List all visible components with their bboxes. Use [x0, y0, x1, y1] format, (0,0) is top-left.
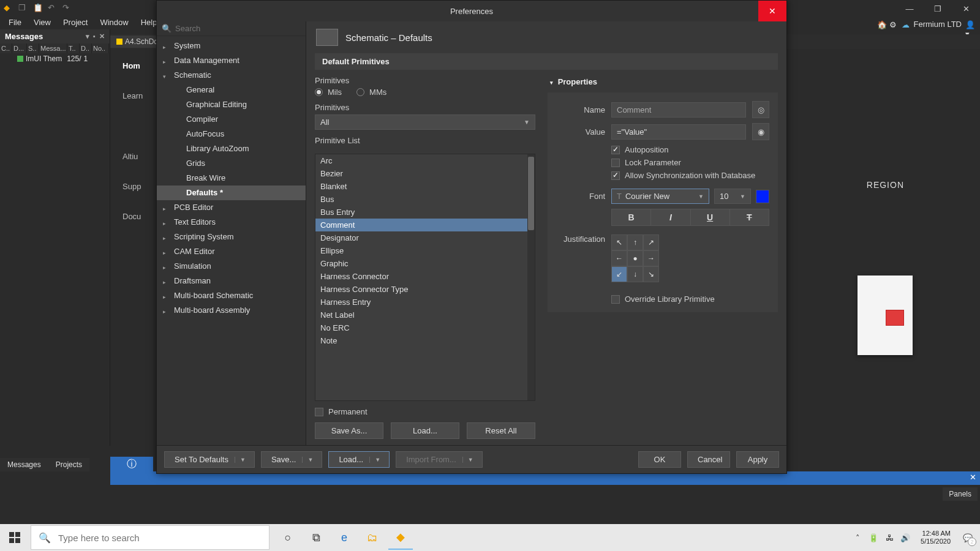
edge-icon[interactable]: e: [332, 525, 356, 550]
italic-button[interactable]: I: [650, 209, 690, 226]
tray-overflow-icon[interactable]: ˄: [851, 525, 864, 550]
just-top-right[interactable]: ↗: [643, 234, 659, 250]
list-scrollbar[interactable]: [527, 154, 535, 400]
col-t[interactable]: T..: [67, 43, 80, 53]
list-item[interactable]: Bezier: [315, 167, 535, 180]
tree-schematic-graphical-editing[interactable]: Graphical Editing: [157, 97, 306, 112]
maximize-button[interactable]: ❐: [924, 0, 952, 17]
tree-text-editors[interactable]: ▸Text Editors: [157, 215, 306, 230]
col-message[interactable]: Messa...: [39, 43, 67, 53]
lock-parameter-checkbox[interactable]: [611, 159, 620, 167]
panel-dropdown-icon[interactable]: ▾: [86, 32, 89, 40]
tree-multiboard-schematic[interactable]: ▸Multi-board Schematic: [157, 288, 306, 303]
panel-pin-icon[interactable]: ▪: [93, 32, 96, 40]
list-item[interactable]: No ERC: [315, 321, 535, 334]
nav-docs[interactable]: Docu: [123, 212, 143, 221]
cortana-icon[interactable]: ○: [276, 525, 300, 550]
dialog-close-button[interactable]: ✕: [758, 1, 786, 21]
tree-draftsman[interactable]: ▸Draftsman: [157, 274, 306, 288]
user-dropdown-icon[interactable]: 👤▾: [965, 20, 974, 29]
action-center-icon[interactable]: 💬2: [956, 525, 980, 550]
taskbar-search-input[interactable]: [58, 533, 262, 543]
radio-mms[interactable]: MMs: [356, 88, 386, 97]
list-item[interactable]: Bus Entry: [315, 206, 535, 219]
just-middle-right[interactable]: →: [643, 250, 659, 266]
list-item[interactable]: Graphic: [315, 257, 535, 270]
permanent-checkbox[interactable]: [315, 408, 323, 416]
menu-window[interactable]: Window: [94, 17, 134, 28]
tree-schematic-library-autozoom[interactable]: Library AutoZoom: [157, 141, 306, 156]
properties-header[interactable]: ▾ Properties: [548, 76, 778, 92]
tree-schematic-grids[interactable]: Grids: [157, 156, 306, 171]
apply-button[interactable]: Apply: [736, 451, 779, 468]
col-c[interactable]: C..: [0, 43, 12, 53]
list-item[interactable]: Harness Connector Type: [315, 283, 535, 296]
list-item[interactable]: Arc: [315, 154, 535, 167]
footer-load-button[interactable]: Load...▼: [328, 451, 390, 468]
panel-close-icon[interactable]: ✕: [99, 32, 105, 40]
list-item[interactable]: Harness Connector: [315, 270, 535, 283]
search-box[interactable]: 🔍: [157, 21, 306, 36]
tree-simulation[interactable]: ▸Simulation: [157, 259, 306, 274]
nav-learn[interactable]: Learn: [123, 91, 143, 100]
tree-scripting-system[interactable]: ▸Scripting System: [157, 230, 306, 244]
primitives-select[interactable]: All ▼: [315, 114, 535, 130]
autoposition-checkbox[interactable]: [611, 146, 620, 154]
just-top-center[interactable]: ↑: [627, 234, 643, 250]
tree-cam-editor[interactable]: ▸CAM Editor: [157, 244, 306, 259]
radio-mils[interactable]: Mils: [315, 88, 342, 97]
tree-system[interactable]: ▸System: [157, 39, 306, 53]
tree-schematic-general[interactable]: General: [157, 83, 306, 97]
minimize-button[interactable]: —: [895, 0, 924, 17]
task-view-icon[interactable]: ⧉: [304, 525, 328, 550]
font-size-select[interactable]: 10 ▼: [714, 189, 751, 204]
cancel-button[interactable]: Cancel: [687, 451, 730, 468]
tree-schematic-compiler[interactable]: Compiler: [157, 112, 306, 127]
permanent-checkbox-row[interactable]: Permanent: [315, 407, 535, 416]
ok-button[interactable]: OK: [638, 451, 681, 468]
font-color-swatch[interactable]: [756, 190, 769, 203]
bottom-tab-messages[interactable]: Messages: [0, 458, 48, 471]
tree-multiboard-assembly[interactable]: ▸Multi-board Assembly: [157, 303, 306, 318]
bold-button[interactable]: B: [611, 209, 650, 226]
nav-home[interactable]: Hom: [123, 61, 143, 70]
col-d2[interactable]: D..: [80, 43, 92, 53]
reset-all-button[interactable]: Reset All: [467, 422, 535, 439]
undo-icon[interactable]: ↶: [48, 3, 56, 12]
just-bottom-right[interactable]: ↘: [643, 266, 659, 282]
start-button[interactable]: [0, 524, 29, 551]
load-button[interactable]: Load...: [391, 422, 459, 439]
font-family-select[interactable]: T Courier New ▼: [611, 189, 709, 204]
radio-mils-input[interactable]: [315, 88, 323, 96]
override-checkbox[interactable]: [611, 295, 620, 304]
just-bottom-left[interactable]: ↙: [611, 266, 627, 282]
just-middle-left[interactable]: ←: [611, 250, 627, 266]
list-item[interactable]: Blanket: [315, 180, 535, 193]
name-visibility-button[interactable]: ◎: [752, 101, 769, 118]
taskbar-clock[interactable]: 12:48 AM 5/15/2020: [916, 530, 956, 545]
tree-schematic-break-wire[interactable]: Break Wire: [157, 171, 306, 186]
home-icon[interactable]: 🏠: [877, 20, 886, 29]
lock-parameter-row[interactable]: Lock Parameter: [611, 158, 769, 167]
altium-taskbar-icon[interactable]: ◆: [388, 525, 413, 550]
list-item[interactable]: Designator: [315, 231, 535, 244]
message-row[interactable]: ImUI Them 125/ 1: [0, 53, 110, 64]
just-bottom-center[interactable]: ↓: [627, 266, 643, 282]
volume-icon[interactable]: 🔊: [899, 525, 912, 550]
col-s[interactable]: S..: [27, 43, 39, 53]
tree-schematic-autofocus[interactable]: AutoFocus: [157, 127, 306, 141]
banner-close-icon[interactable]: ✕: [970, 473, 976, 482]
list-item[interactable]: Note: [315, 334, 535, 347]
list-item-selected[interactable]: Comment: [315, 219, 535, 231]
scrollbar-thumb[interactable]: [528, 157, 534, 230]
gear-icon[interactable]: ⚙: [889, 20, 898, 29]
value-visibility-button[interactable]: ◉: [752, 123, 769, 140]
search-input[interactable]: [175, 24, 301, 33]
bottom-tab-projects[interactable]: Projects: [48, 458, 89, 471]
override-row[interactable]: Override Library Primitive: [611, 294, 769, 304]
save-as-button[interactable]: Save As...: [315, 422, 383, 439]
nav-support[interactable]: Supp: [123, 182, 143, 191]
copy-icon[interactable]: ❐: [18, 3, 27, 12]
underline-button[interactable]: U: [690, 209, 729, 226]
allow-sync-row[interactable]: Allow Synchronization with Database: [611, 171, 769, 180]
